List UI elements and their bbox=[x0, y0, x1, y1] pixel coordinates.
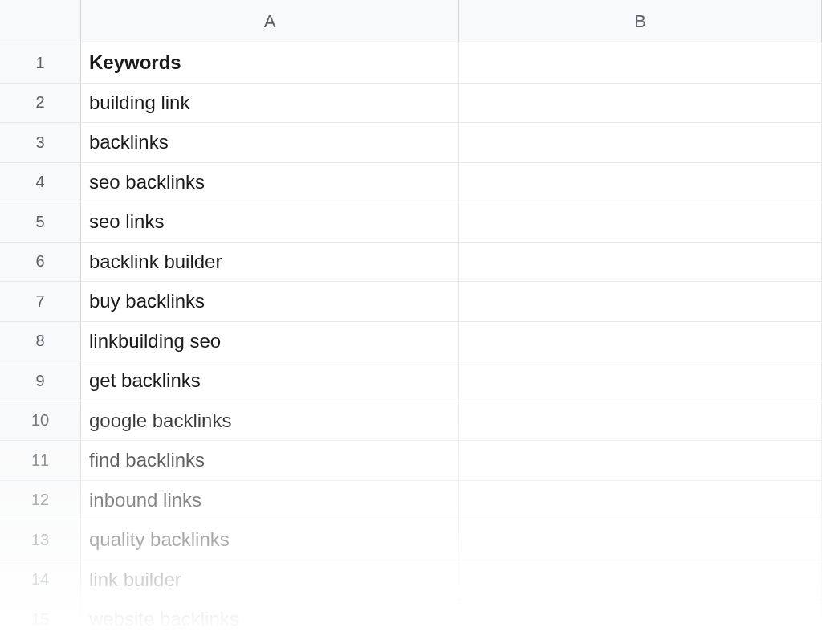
cell-b8[interactable] bbox=[459, 322, 822, 361]
table-row: 6 backlink builder bbox=[0, 243, 822, 283]
cell-b14[interactable] bbox=[459, 560, 822, 600]
cell-a15[interactable]: website backlinks bbox=[81, 600, 459, 639]
table-row: 4 seo backlinks bbox=[0, 163, 822, 203]
cell-a4[interactable]: seo backlinks bbox=[81, 163, 459, 202]
cell-a11[interactable]: find backlinks bbox=[81, 441, 459, 480]
row-header[interactable]: 4 bbox=[0, 163, 81, 202]
table-row: 15 website backlinks bbox=[0, 600, 822, 640]
row-header[interactable]: 1 bbox=[0, 43, 81, 83]
cell-b10[interactable] bbox=[459, 401, 822, 441]
row-header[interactable]: 9 bbox=[0, 361, 81, 401]
cell-a13[interactable]: quality backlinks bbox=[81, 520, 459, 560]
cell-b15[interactable] bbox=[459, 600, 822, 639]
column-header-b[interactable]: B bbox=[459, 0, 822, 43]
cell-b6[interactable] bbox=[459, 243, 822, 282]
row-header[interactable]: 12 bbox=[0, 481, 81, 520]
row-header[interactable]: 3 bbox=[0, 123, 81, 162]
cell-b1[interactable] bbox=[459, 43, 822, 83]
table-row: 13 quality backlinks bbox=[0, 520, 822, 560]
table-row: 2 building link bbox=[0, 84, 822, 124]
cell-b13[interactable] bbox=[459, 520, 822, 560]
cell-a3[interactable]: backlinks bbox=[81, 123, 459, 162]
cell-a6[interactable]: backlink builder bbox=[81, 243, 459, 282]
table-row: 9 get backlinks bbox=[0, 361, 822, 401]
row-header[interactable]: 15 bbox=[0, 600, 81, 639]
cell-a14[interactable]: link builder bbox=[81, 560, 459, 600]
cell-a8[interactable]: linkbuilding seo bbox=[81, 322, 459, 361]
cell-a12[interactable]: inbound links bbox=[81, 481, 459, 520]
cell-b11[interactable] bbox=[459, 441, 822, 480]
cell-b2[interactable] bbox=[459, 84, 822, 123]
column-header-a[interactable]: A bbox=[81, 0, 459, 43]
table-row: 10 google backlinks bbox=[0, 401, 822, 442]
row-header[interactable]: 10 bbox=[0, 401, 81, 441]
table-row: 11 find backlinks bbox=[0, 441, 822, 481]
table-row: 8 linkbuilding seo bbox=[0, 322, 822, 362]
table-row: 5 seo links bbox=[0, 202, 822, 243]
row-header[interactable]: 2 bbox=[0, 84, 81, 123]
table-row: 3 backlinks bbox=[0, 123, 822, 163]
table-row: 12 inbound links bbox=[0, 481, 822, 521]
cell-a10[interactable]: google backlinks bbox=[81, 401, 459, 441]
spreadsheet-grid: A B 1 Keywords 2 building link 3 backlin… bbox=[0, 0, 822, 640]
select-all-corner[interactable] bbox=[0, 0, 81, 43]
cell-a2[interactable]: building link bbox=[81, 84, 459, 123]
cell-b7[interactable] bbox=[459, 282, 822, 321]
row-header[interactable]: 8 bbox=[0, 322, 81, 361]
row-header[interactable]: 14 bbox=[0, 560, 81, 600]
cell-b5[interactable] bbox=[459, 202, 822, 242]
cell-b12[interactable] bbox=[459, 481, 822, 520]
cell-b3[interactable] bbox=[459, 123, 822, 162]
cell-a7[interactable]: buy backlinks bbox=[81, 282, 459, 321]
column-header-row: A B bbox=[0, 0, 822, 43]
cell-a1[interactable]: Keywords bbox=[81, 43, 459, 83]
cell-a9[interactable]: get backlinks bbox=[81, 361, 459, 401]
row-header[interactable]: 7 bbox=[0, 282, 81, 321]
row-header[interactable]: 6 bbox=[0, 243, 81, 282]
row-header[interactable]: 5 bbox=[0, 202, 81, 242]
cell-a5[interactable]: seo links bbox=[81, 202, 459, 242]
table-row: 7 buy backlinks bbox=[0, 282, 822, 322]
cell-b4[interactable] bbox=[459, 163, 822, 202]
cell-b9[interactable] bbox=[459, 361, 822, 401]
table-row: 14 link builder bbox=[0, 560, 822, 601]
table-row: 1 Keywords bbox=[0, 43, 822, 84]
row-header[interactable]: 11 bbox=[0, 441, 81, 480]
row-header[interactable]: 13 bbox=[0, 520, 81, 560]
